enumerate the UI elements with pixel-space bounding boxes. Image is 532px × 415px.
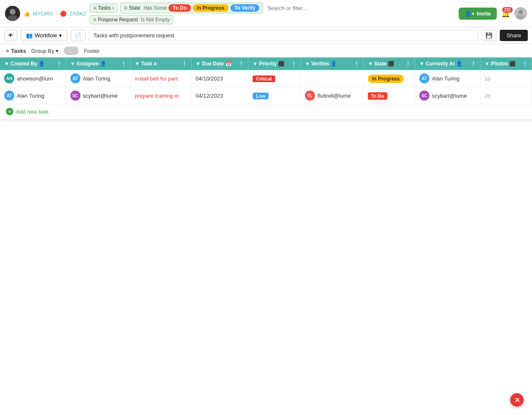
col-created-by[interactable]: ▼ Created By 👤 ⋮ <box>0 57 66 70</box>
filter-state-pill[interactable]: ≡ State Has Some To Do In Progress To Ve… <box>120 3 263 13</box>
cell-created-by-1: AT Alan Turing <box>0 87 66 104</box>
filter-priority-icon: ▼ <box>253 61 258 67</box>
cell-task-0[interactable]: install bell for parc <box>130 70 191 87</box>
invite-button[interactable]: 👤+ Invite <box>459 8 497 20</box>
col-verifies-action[interactable]: ⋮ <box>354 61 359 67</box>
state-badge-0: In Progress <box>368 75 404 83</box>
svg-point-1 <box>10 9 15 15</box>
due-date-value-1: 04/12/2023 <box>196 93 223 99</box>
cell-priority-0: Critical <box>248 70 301 87</box>
col-assignee-action[interactable]: ⋮ <box>121 61 126 67</box>
col-verifies[interactable]: ▼ Verifies 👤 ⋮ <box>301 57 364 70</box>
cell-created-by-0: AH ahowson@lum <box>0 70 66 87</box>
table-row[interactable]: AH ahowson@lum AT Alan Turing install be… <box>0 70 532 87</box>
tag-inprogress[interactable]: In Progress <box>193 4 229 12</box>
footer-label: Footer <box>84 48 100 54</box>
invite-icon: 👤+ <box>465 10 475 17</box>
tasks-table-wrap: ▼ Created By 👤 ⋮ ▼ Assignee 👤 ⋮ ▼ Task A… <box>0 57 532 104</box>
task-link-1[interactable]: prepare training m <box>135 93 179 99</box>
table-body: AH ahowson@lum AT Alan Turing install be… <box>0 70 532 104</box>
filter-tasks-label: Tasks <box>98 5 111 11</box>
col-currently-action[interactable]: ⋮ <box>471 61 476 67</box>
view-title-input[interactable] <box>89 30 478 41</box>
filter-tasks-pill[interactable]: ≡ Tasks › <box>90 3 118 13</box>
tasks-text: Tasks <box>11 48 26 54</box>
col-task[interactable]: ▼ Task A↑ ⋮ <box>130 57 191 70</box>
avatar-verifies-1: FL <box>305 91 315 101</box>
col-photos-action[interactable]: ⋮ <box>522 61 527 67</box>
days-0: 1d <box>485 76 490 82</box>
col-priority[interactable]: ▼ Priority ⬛ ⋮ <box>248 57 301 70</box>
cell-state-0: In Progress <box>364 70 415 87</box>
filter-verifies-icon: ▼ <box>305 61 310 67</box>
filter-postpone-pill[interactable]: ≡ Pospone Request Is Not Empty <box>90 15 173 24</box>
cell-due-date-1: 04/12/2023 <box>191 87 248 104</box>
priority-badge-1: Low <box>253 93 269 99</box>
col-photos[interactable]: ▼ Photos ⬛ ⋮ <box>480 57 532 70</box>
save-button[interactable]: 💾 <box>482 30 496 41</box>
document-button[interactable]: 📄 <box>71 30 85 41</box>
tasks-icon: ≡ <box>6 48 9 54</box>
cell-due-date-0: 04/10/2023 <box>191 70 248 87</box>
eye-icon: 👁 <box>8 32 13 39</box>
due-date-value-0: 04/10/2023 <box>196 75 223 82</box>
horizontal-scrollbar[interactable] <box>0 119 532 122</box>
currently-at-name-1: scybart@lume <box>432 93 467 99</box>
avatar-assignee-0: AT <box>70 73 80 83</box>
cell-state-1: To Do <box>364 87 415 104</box>
avatar-created-by-0: AH <box>4 73 14 83</box>
org-label[interactable]: MYORG <box>33 10 53 17</box>
cell-task-1[interactable]: prepare training m <box>130 87 191 104</box>
user-menu-avatar[interactable] <box>514 7 527 20</box>
person-icon-created: 👤 <box>39 61 45 67</box>
filter-photos-icon: ▼ <box>485 61 490 67</box>
add-task-row: + Add new task <box>0 104 532 119</box>
filter-row-1: ≡ Tasks › ≡ State Has Some To Do In Prog… <box>90 3 456 13</box>
assignee-name-1: scybart@lume <box>83 93 118 99</box>
tasks-label: ≡ Tasks <box>6 48 26 54</box>
filter-state-op: Has Some <box>143 5 167 11</box>
tag-toverify[interactable]: To Verify <box>230 4 260 12</box>
state-badge-1: To Do <box>368 92 387 100</box>
photos-square-icon: ⬛ <box>509 61 516 67</box>
col-priority-action[interactable]: ⋮ <box>291 61 296 67</box>
tag-todo[interactable]: To Do <box>168 4 191 12</box>
workflow-button[interactable]: 👥 Workflow ▾ <box>21 30 67 41</box>
verifies-person-icon: 👤 <box>331 61 337 67</box>
priority-square-icon: ⬛ <box>278 61 284 67</box>
calendar-icon: 📅 <box>225 61 232 67</box>
filter-state-field: State <box>129 5 140 11</box>
share-button[interactable]: Share <box>500 30 528 41</box>
group-by-chevron-icon: ▾ <box>56 48 59 54</box>
search-input[interactable] <box>266 3 455 13</box>
col-task-action[interactable]: ⋮ <box>182 61 187 67</box>
filter-tasks-icon: ≡ <box>93 5 96 11</box>
toolbar: 👁 👥 Workflow ▾ 📄 💾 Share <box>0 27 532 44</box>
footer-toggle[interactable] <box>64 47 79 55</box>
group-by-control[interactable]: Group By ▾ <box>31 48 59 54</box>
group-by-label: Group By <box>31 48 54 54</box>
table-options-row: ≡ Tasks Group By ▾ Footer <box>0 44 532 57</box>
filter-due-date-icon: ▼ <box>196 61 201 67</box>
user-avatar-main[interactable] <box>5 6 20 21</box>
col-created-by-action[interactable]: ⋮ <box>57 61 62 67</box>
col-due-action[interactable]: ⋮ <box>239 61 244 67</box>
col-currently-at[interactable]: ▼ Currently At 👤 ⋮ <box>415 57 480 70</box>
filter-row-2: ≡ Pospone Request Is Not Empty <box>90 15 456 24</box>
col-assignee[interactable]: ▼ Assignee 👤 ⋮ <box>66 57 130 70</box>
task-link-0[interactable]: install bell for parc <box>135 75 179 82</box>
table-row[interactable]: AT Alan Turing SC scybart@lume prepare t… <box>0 87 532 104</box>
col-due-date[interactable]: ▼ Due Date 📅 ⋮ <box>191 57 248 70</box>
notifications-button[interactable]: 🔔 231 <box>501 9 510 18</box>
filter-postpone-op: Is Not Empty <box>141 17 170 23</box>
filter-state-icon: ≡ <box>124 5 127 11</box>
add-task-button[interactable]: + Add new task <box>6 108 49 115</box>
verifies-name-1: fluttrell@lume <box>318 93 351 99</box>
svg-point-4 <box>519 10 523 14</box>
project-label[interactable]: TASK2 <box>69 10 86 17</box>
col-state[interactable]: ▼ State ⬛ ⋮ <box>364 57 415 70</box>
view-toggle-button[interactable]: 👁 <box>4 30 17 41</box>
workflow-icon: 👥 <box>26 32 33 39</box>
notif-badge: 231 <box>502 7 513 13</box>
col-state-action[interactable]: ⋮ <box>405 61 411 67</box>
